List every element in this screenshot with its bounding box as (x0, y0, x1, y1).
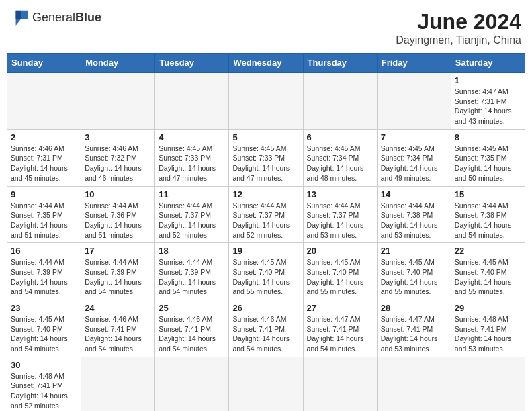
logo: GeneralBlue (11, 9, 101, 26)
day-info: Sunrise: 4:48 AM Sunset: 7:41 PM Dayligh… (455, 314, 521, 354)
calendar-week-row: 9Sunrise: 4:44 AM Sunset: 7:35 PM Daylig… (7, 186, 525, 243)
day-number: 6 (307, 132, 373, 142)
month-title: June 2024 (396, 9, 521, 34)
day-info: Sunrise: 4:45 AM Sunset: 7:34 PM Dayligh… (307, 144, 373, 183)
day-number: 3 (85, 132, 151, 142)
calendar-day-cell: 12Sunrise: 4:44 AM Sunset: 7:37 PM Dayli… (229, 186, 303, 243)
calendar-day-cell (229, 73, 303, 130)
calendar-day-cell (451, 357, 525, 411)
calendar-day-cell: 14Sunrise: 4:44 AM Sunset: 7:38 PM Dayli… (377, 186, 451, 243)
day-info: Sunrise: 4:44 AM Sunset: 7:38 PM Dayligh… (381, 201, 447, 240)
day-info: Sunrise: 4:44 AM Sunset: 7:35 PM Dayligh… (11, 201, 77, 240)
calendar-day-cell: 18Sunrise: 4:44 AM Sunset: 7:39 PM Dayli… (155, 243, 229, 300)
page-header: GeneralBlue June 2024 Dayingmen, Tianjin… (7, 7, 525, 49)
calendar-day-cell (81, 73, 155, 130)
day-number: 22 (455, 246, 521, 256)
weekday-header: Wednesday (229, 54, 303, 73)
calendar-day-cell: 28Sunrise: 4:47 AM Sunset: 7:41 PM Dayli… (377, 300, 451, 357)
calendar-day-cell: 30Sunrise: 4:48 AM Sunset: 7:41 PM Dayli… (7, 357, 81, 411)
day-info: Sunrise: 4:44 AM Sunset: 7:39 PM Dayligh… (85, 257, 151, 297)
day-number: 11 (159, 189, 225, 199)
calendar-day-cell: 8Sunrise: 4:45 AM Sunset: 7:35 PM Daylig… (451, 129, 525, 186)
weekday-header: Friday (377, 54, 451, 73)
calendar-day-cell (155, 73, 229, 130)
calendar-day-cell: 23Sunrise: 4:45 AM Sunset: 7:40 PM Dayli… (7, 300, 81, 357)
weekday-header: Thursday (303, 54, 377, 73)
day-info: Sunrise: 4:45 AM Sunset: 7:40 PM Dayligh… (232, 257, 299, 297)
day-number: 23 (11, 303, 77, 313)
calendar-day-cell: 25Sunrise: 4:46 AM Sunset: 7:41 PM Dayli… (155, 300, 229, 357)
day-info: Sunrise: 4:45 AM Sunset: 7:34 PM Dayligh… (381, 144, 447, 183)
calendar-day-cell (229, 357, 303, 411)
day-info: Sunrise: 4:44 AM Sunset: 7:37 PM Dayligh… (307, 201, 373, 240)
day-number: 2 (11, 132, 77, 142)
calendar-week-row: 1Sunrise: 4:47 AM Sunset: 7:31 PM Daylig… (7, 73, 525, 130)
calendar-day-cell: 6Sunrise: 4:45 AM Sunset: 7:34 PM Daylig… (303, 129, 377, 186)
day-info: Sunrise: 4:45 AM Sunset: 7:40 PM Dayligh… (381, 257, 447, 297)
day-info: Sunrise: 4:44 AM Sunset: 7:37 PM Dayligh… (232, 201, 299, 240)
logo-text: GeneralBlue (32, 11, 101, 24)
day-number: 24 (85, 303, 151, 313)
day-info: Sunrise: 4:45 AM Sunset: 7:35 PM Dayligh… (455, 144, 521, 183)
day-number: 14 (381, 189, 447, 199)
day-number: 15 (455, 189, 521, 199)
calendar-day-cell: 27Sunrise: 4:47 AM Sunset: 7:41 PM Dayli… (303, 300, 377, 357)
calendar-week-row: 16Sunrise: 4:44 AM Sunset: 7:39 PM Dayli… (7, 243, 525, 300)
day-number: 25 (159, 303, 225, 313)
day-info: Sunrise: 4:44 AM Sunset: 7:39 PM Dayligh… (159, 257, 225, 297)
day-number: 16 (11, 246, 77, 256)
calendar-day-cell: 5Sunrise: 4:45 AM Sunset: 7:33 PM Daylig… (229, 129, 303, 186)
day-info: Sunrise: 4:46 AM Sunset: 7:32 PM Dayligh… (85, 144, 151, 183)
day-info: Sunrise: 4:45 AM Sunset: 7:33 PM Dayligh… (159, 144, 225, 183)
day-number: 7 (381, 132, 447, 142)
day-number: 8 (455, 132, 521, 142)
calendar-week-row: 2Sunrise: 4:46 AM Sunset: 7:31 PM Daylig… (7, 129, 525, 186)
day-info: Sunrise: 4:46 AM Sunset: 7:41 PM Dayligh… (159, 314, 225, 354)
calendar-day-cell: 9Sunrise: 4:44 AM Sunset: 7:35 PM Daylig… (7, 186, 81, 243)
day-info: Sunrise: 4:46 AM Sunset: 7:41 PM Dayligh… (85, 314, 151, 354)
weekday-header: Monday (81, 54, 155, 73)
calendar-day-cell: 20Sunrise: 4:45 AM Sunset: 7:40 PM Dayli… (303, 243, 377, 300)
calendar-day-cell: 26Sunrise: 4:46 AM Sunset: 7:41 PM Dayli… (229, 300, 303, 357)
day-info: Sunrise: 4:44 AM Sunset: 7:39 PM Dayligh… (11, 257, 77, 297)
day-number: 12 (232, 189, 299, 199)
calendar-day-cell: 4Sunrise: 4:45 AM Sunset: 7:33 PM Daylig… (155, 129, 229, 186)
calendar-day-cell: 16Sunrise: 4:44 AM Sunset: 7:39 PM Dayli… (7, 243, 81, 300)
day-number: 9 (11, 189, 77, 199)
calendar-day-cell (7, 73, 81, 130)
day-info: Sunrise: 4:45 AM Sunset: 7:40 PM Dayligh… (11, 314, 77, 354)
calendar-week-row: 23Sunrise: 4:45 AM Sunset: 7:40 PM Dayli… (7, 300, 525, 357)
weekday-header: Tuesday (155, 54, 229, 73)
day-info: Sunrise: 4:45 AM Sunset: 7:40 PM Dayligh… (307, 257, 373, 297)
calendar-day-cell: 10Sunrise: 4:44 AM Sunset: 7:36 PM Dayli… (81, 186, 155, 243)
day-number: 21 (381, 246, 447, 256)
weekday-header-row: SundayMondayTuesdayWednesdayThursdayFrid… (7, 54, 525, 73)
calendar-day-cell: 15Sunrise: 4:44 AM Sunset: 7:38 PM Dayli… (451, 186, 525, 243)
day-number: 18 (159, 246, 225, 256)
day-number: 28 (381, 303, 447, 313)
calendar-day-cell: 24Sunrise: 4:46 AM Sunset: 7:41 PM Dayli… (81, 300, 155, 357)
calendar-table: SundayMondayTuesdayWednesdayThursdayFrid… (7, 53, 525, 411)
day-number: 1 (455, 75, 521, 85)
day-info: Sunrise: 4:47 AM Sunset: 7:31 PM Dayligh… (455, 87, 521, 126)
day-number: 5 (232, 132, 299, 142)
day-number: 26 (232, 303, 299, 313)
calendar-day-cell (303, 73, 377, 130)
calendar-day-cell (155, 357, 229, 411)
calendar-day-cell: 17Sunrise: 4:44 AM Sunset: 7:39 PM Dayli… (81, 243, 155, 300)
day-number: 13 (307, 189, 373, 199)
logo-label: GeneralBlue (32, 11, 101, 24)
day-number: 27 (307, 303, 373, 313)
calendar-day-cell: 21Sunrise: 4:45 AM Sunset: 7:40 PM Dayli… (377, 243, 451, 300)
calendar-day-cell: 7Sunrise: 4:45 AM Sunset: 7:34 PM Daylig… (377, 129, 451, 186)
day-info: Sunrise: 4:47 AM Sunset: 7:41 PM Dayligh… (381, 314, 447, 354)
day-number: 30 (11, 360, 77, 370)
calendar-day-cell: 2Sunrise: 4:46 AM Sunset: 7:31 PM Daylig… (7, 129, 81, 186)
day-number: 20 (307, 246, 373, 256)
day-number: 17 (85, 246, 151, 256)
day-info: Sunrise: 4:44 AM Sunset: 7:36 PM Dayligh… (85, 201, 151, 240)
day-info: Sunrise: 4:45 AM Sunset: 7:33 PM Dayligh… (232, 144, 299, 183)
day-info: Sunrise: 4:46 AM Sunset: 7:31 PM Dayligh… (11, 144, 77, 183)
weekday-header: Saturday (451, 54, 525, 73)
calendar-day-cell (303, 357, 377, 411)
